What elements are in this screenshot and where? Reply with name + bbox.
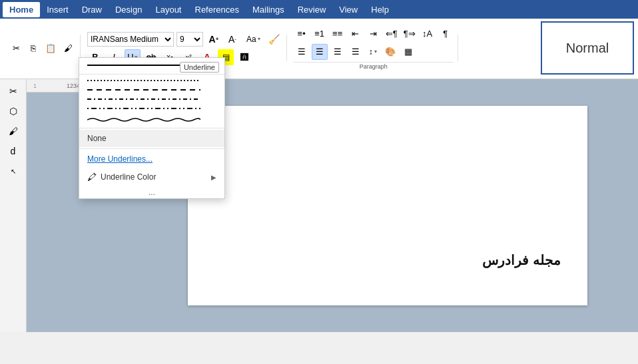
wavy-line: [87, 117, 200, 122]
sidebar-icon-5[interactable]: ↖: [3, 162, 24, 180]
dropdown-dots: ...: [79, 186, 224, 198]
document-page[interactable]: مجله فرادرس: [188, 106, 587, 305]
menu-view[interactable]: View: [332, 2, 364, 17]
underline-color-left: 🖍 Underline Color: [87, 172, 156, 182]
dash-dot-underline-item[interactable]: [79, 94, 224, 104]
dotted-line: [87, 80, 200, 81]
sidebar-icon-2[interactable]: ⬡: [3, 102, 24, 120]
clipboard-group: ✂ ⎘ 📋 🖌: [4, 35, 81, 61]
normal-style-label[interactable]: Normal: [566, 41, 609, 56]
font-size-select[interactable]: 9: [176, 32, 203, 47]
bullets-button[interactable]: ≡•: [294, 26, 310, 42]
menu-draw[interactable]: Draw: [75, 2, 109, 17]
solid-underline-item[interactable]: Underline: [79, 58, 224, 73]
wavy-underline-item[interactable]: [79, 113, 224, 126]
rtl-button[interactable]: ⇐¶: [384, 26, 400, 42]
underline-dropdown-menu: Underline None More Underlines... 🖍 Unde…: [79, 57, 225, 199]
menu-mailings[interactable]: Mailings: [246, 2, 291, 17]
menu-layout[interactable]: Layout: [149, 2, 188, 17]
sidebar-icon-4[interactable]: d: [3, 142, 24, 160]
separator-1: [79, 74, 224, 75]
font-name-select[interactable]: IRANSans Medium: [87, 32, 174, 47]
styles-panel: Normal: [541, 21, 634, 75]
align-right-button[interactable]: ☰: [330, 44, 346, 60]
increase-indent-button[interactable]: ⇥: [366, 26, 382, 42]
menu-references[interactable]: References: [188, 2, 246, 17]
page-text: مجله فرادرس: [214, 132, 561, 268]
decrease-indent-button[interactable]: ⇤: [348, 26, 364, 42]
dot-dash-dot-underline-item[interactable]: [79, 104, 224, 113]
show-formatting-button[interactable]: ¶: [438, 26, 454, 42]
separator-3: [79, 148, 224, 149]
ruler-left: 1: [33, 83, 37, 89]
increase-font-button[interactable]: A+: [206, 31, 222, 47]
menu-review[interactable]: Review: [291, 2, 333, 17]
more-underlines-item[interactable]: More Underlines...: [79, 150, 224, 168]
left-sidebar: ✂ ⬡ 🖌 d ↖: [0, 79, 27, 332]
align-left-button[interactable]: ☰: [294, 44, 310, 60]
multilevel-list-button[interactable]: ≡≡: [330, 26, 346, 42]
align-center-button[interactable]: ☰: [312, 44, 328, 60]
dotted-underline-item[interactable]: [79, 76, 224, 85]
menu-bar: Home Insert Draw Design Layout Reference…: [0, 0, 638, 19]
dot-dash-dot-line: [87, 108, 200, 109]
change-case-button[interactable]: Aa ▾: [243, 31, 264, 47]
chevron-right-icon: ▶: [211, 174, 216, 181]
menu-insert[interactable]: Insert: [40, 2, 75, 17]
decrease-font-button[interactable]: A-: [224, 31, 240, 47]
separator-2: [79, 128, 224, 128]
underline-color-item[interactable]: 🖍 Underline Color ▶: [79, 168, 224, 186]
sort-button[interactable]: ↕A: [420, 26, 436, 42]
dashed-underline-item[interactable]: [79, 85, 224, 94]
clear-format-button[interactable]: 🧹: [266, 31, 282, 47]
numbering-button[interactable]: ≡1: [312, 26, 328, 42]
paste-button[interactable]: 📋: [43, 40, 59, 56]
sidebar-icon-3[interactable]: 🖌: [3, 122, 24, 140]
shading-button[interactable]: 🅰: [236, 49, 252, 65]
menu-design[interactable]: Design: [109, 2, 149, 17]
borders-button[interactable]: ▦: [400, 44, 416, 60]
copy-button[interactable]: ⎘: [25, 40, 41, 56]
cut-button[interactable]: ✂: [8, 40, 24, 56]
dash-dot-line: [87, 98, 200, 100]
menu-help[interactable]: Help: [364, 2, 396, 17]
dashed-line: [87, 89, 200, 91]
paragraph-group-label: Paragraph: [294, 62, 454, 71]
sidebar-icon-1[interactable]: ✂: [3, 82, 24, 100]
menu-home[interactable]: Home: [3, 2, 40, 17]
paragraph-group: ≡• ≡1 ≡≡ ⇤ ⇥ ⇐¶ ¶⇒ ↕A ¶ ☰ ☰ ☰ ☰ ↕ ▾ 🎨: [290, 35, 458, 61]
shading-para-button[interactable]: 🎨: [382, 44, 398, 60]
underline-tooltip: Underline: [180, 62, 219, 73]
format-painter-button[interactable]: 🖌: [60, 40, 76, 56]
ltr-button[interactable]: ¶⇒: [402, 26, 418, 42]
underline-color-icon: 🖍: [87, 172, 97, 182]
line-spacing-button[interactable]: ↕ ▾: [366, 44, 380, 60]
none-underline-item[interactable]: None: [79, 130, 224, 147]
justify-button[interactable]: ☰: [348, 44, 364, 60]
underline-color-label: Underline Color: [101, 172, 156, 182]
